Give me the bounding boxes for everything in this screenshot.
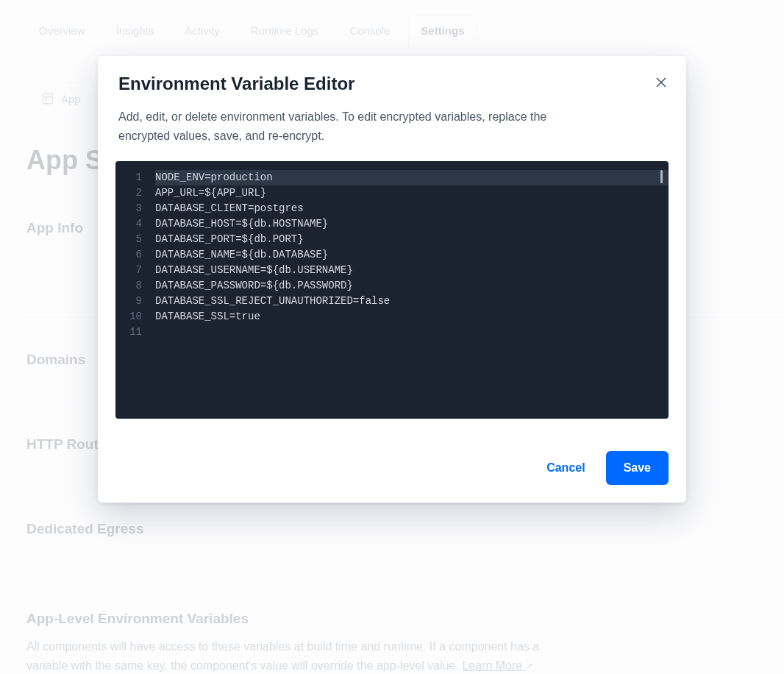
modal-overlay[interactable]: Environment Variable Editor Add, edit, o… (0, 0, 784, 674)
scrollbar-thumb[interactable] (660, 170, 663, 183)
code-line[interactable]: APP_URL=${APP_URL} (155, 185, 669, 201)
code-line[interactable]: DATABASE_NAME=${db.DATABASE} (155, 247, 669, 263)
modal-header: Environment Variable Editor (98, 56, 686, 100)
code-line[interactable]: DATABASE_CLIENT=postgres (155, 201, 669, 216)
modal-subtitle: Add, edit, or delete environment variabl… (98, 100, 569, 161)
code-line[interactable]: DATABASE_USERNAME=${db.USERNAME} (155, 263, 669, 278)
line-number: 5 (121, 232, 142, 247)
save-button[interactable]: Save (606, 451, 669, 485)
line-number: 10 (121, 309, 142, 324)
cancel-button[interactable]: Cancel (532, 451, 599, 485)
line-numbers-gutter: 1234567891011 (115, 161, 152, 419)
code-line[interactable]: DATABASE_PORT=${db.PORT} (155, 232, 669, 247)
line-number: 7 (121, 263, 142, 278)
close-button[interactable] (651, 72, 671, 93)
line-number: 1 (121, 170, 142, 185)
code-line[interactable]: DATABASE_HOST=${db.HOSTNAME} (155, 216, 669, 232)
code-line[interactable]: DATABASE_SSL_REJECT_UNAUTHORIZED=false (155, 294, 669, 309)
code-line[interactable]: DATABASE_PASSWORD=${db.PASSWORD} (155, 278, 669, 294)
line-number: 6 (121, 247, 142, 263)
close-icon (655, 77, 667, 88)
env-editor-modal: Environment Variable Editor Add, edit, o… (98, 56, 686, 503)
line-number: 4 (121, 216, 142, 232)
code-editor[interactable]: 1234567891011 NODE_ENV=productionAPP_URL… (115, 161, 669, 419)
line-number: 8 (121, 278, 142, 294)
code-line[interactable]: DATABASE_SSL=true (155, 309, 669, 324)
code-content[interactable]: NODE_ENV=productionAPP_URL=${APP_URL}DAT… (152, 161, 669, 419)
line-number: 2 (121, 185, 142, 201)
code-line[interactable]: NODE_ENV=production (155, 170, 669, 185)
modal-title: Environment Variable Editor (118, 74, 666, 94)
line-number: 9 (121, 294, 142, 309)
line-number: 11 (121, 324, 142, 340)
line-number: 3 (121, 201, 142, 216)
modal-footer: Cancel Save (98, 419, 686, 503)
